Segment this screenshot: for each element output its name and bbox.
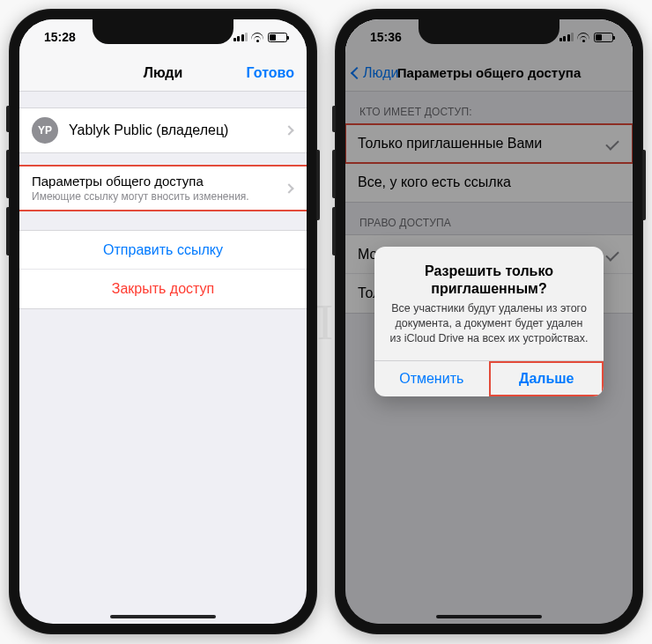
alert-cancel-button[interactable]: Отменить	[374, 361, 489, 396]
send-link-button[interactable]: Отправить ссылку	[19, 231, 307, 270]
stop-sharing-button[interactable]: Закрыть доступ	[19, 270, 307, 308]
alert-title: Разрешить только приглашенным?	[389, 263, 589, 298]
nav-title: Люди	[144, 65, 183, 81]
phone-right: 15:36 Люди Параметры общего доступа КТО …	[335, 9, 643, 634]
wifi-icon	[251, 33, 264, 42]
chevron-right-icon	[284, 183, 293, 193]
avatar: YP	[32, 117, 58, 144]
notch	[93, 19, 233, 44]
phone-left: 15:28 Люди Готово YP Yablyk Public (влад…	[9, 9, 317, 634]
notch	[419, 19, 559, 44]
confirm-alert: Разрешить только приглашенным? Все участ…	[374, 247, 604, 396]
done-button[interactable]: Готово	[247, 65, 294, 81]
navbar: Люди Готово	[19, 55, 307, 92]
owner-row[interactable]: YP Yablyk Public (владелец)	[19, 108, 307, 152]
owner-name: Yablyk Public (владелец)	[69, 122, 285, 138]
sharing-subtitle: Имеющие ссылку могут вносить изменения.	[32, 190, 285, 203]
alert-confirm-button[interactable]: Дальше	[489, 361, 604, 396]
chevron-right-icon	[284, 125, 293, 135]
alert-message: Все участники будут удалены из этого док…	[389, 301, 589, 346]
home-indicator[interactable]	[110, 615, 216, 618]
signal-icon	[233, 33, 248, 41]
status-time: 15:28	[44, 30, 76, 44]
sharing-title: Параметры общего доступа	[32, 174, 285, 189]
sharing-parameters-row[interactable]: Параметры общего доступа Имеющие ссылку …	[19, 167, 307, 210]
battery-icon	[268, 33, 287, 42]
home-indicator[interactable]	[436, 615, 542, 618]
